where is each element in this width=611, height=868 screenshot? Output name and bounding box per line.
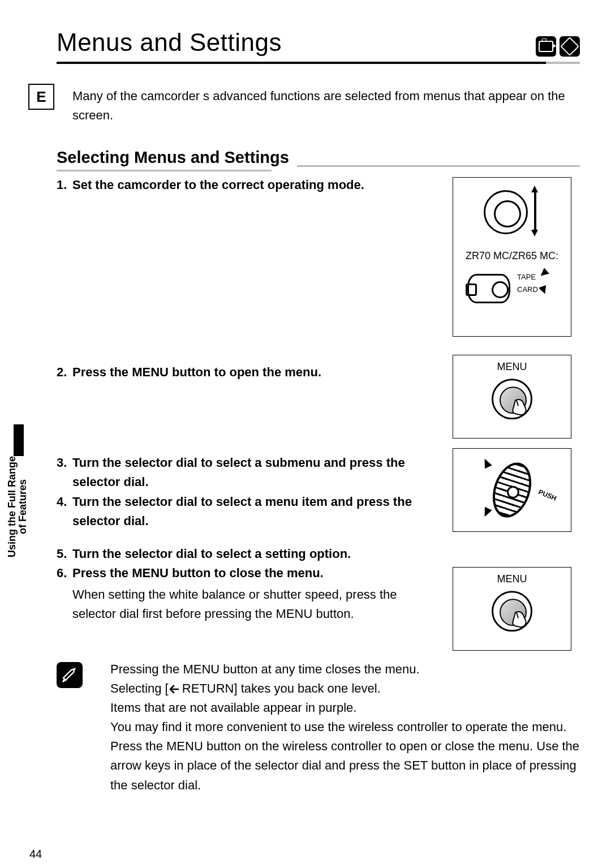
camera-icon	[536, 36, 556, 57]
language-box: E	[28, 84, 54, 110]
step-3-text: Turn the selector dial to select a subme…	[57, 453, 423, 492]
tip-2: Selecting [ RETURN] takes you back one l…	[110, 679, 580, 698]
title-rule	[57, 62, 580, 64]
menu-label-2: MENU	[453, 573, 571, 585]
card-label: CARD	[517, 285, 538, 294]
section-tab: Using the Full Range of Features	[10, 464, 27, 611]
step-1: 1.Set the camcorder to the correct opera…	[57, 175, 373, 195]
power-dial-drawing	[478, 187, 546, 241]
step-2: 2.Press the MENU button to open the menu…	[57, 363, 373, 382]
dial-drawing: PUSH	[494, 462, 530, 518]
page-title: Menus and Settings	[57, 28, 282, 57]
step-5: 5.Turn the selector dial to select a set…	[57, 544, 423, 564]
step-6-note: When setting the white balance or shutte…	[57, 585, 423, 624]
tip-1: Pressing the MENU button at any time clo…	[110, 660, 580, 679]
tape-card-switch-drawing: TAPE CARD	[464, 269, 560, 307]
section-title: Selecting Menus and Settings	[57, 148, 289, 167]
step-3: 3.Turn the selector dial to select a sub…	[57, 453, 423, 492]
step-4-text: Turn the selector dial to select a menu …	[57, 492, 423, 531]
step-4: 4.Turn the selector dial to select a men…	[57, 492, 423, 531]
figure-selector-dial: PUSH	[453, 448, 571, 532]
figure-menu-button-close: MENU	[453, 567, 571, 651]
tips-block: Pressing the MENU button at any time clo…	[110, 660, 580, 795]
page-header: Menus and Settings	[57, 28, 580, 57]
figure-mode-switch: ZR70 MC/ZR65 MC: TAPE CARD	[453, 177, 571, 337]
step-1-text: Set the camcorder to the correct operati…	[57, 175, 373, 195]
model-label: ZR70 MC/ZR65 MC:	[453, 250, 571, 262]
card-icon	[560, 36, 580, 57]
section-underline	[57, 170, 272, 171]
figure-menu-button: MENU	[453, 355, 571, 439]
step-2-text: Press the MENU button to open the menu.	[57, 363, 373, 382]
note-icon	[57, 662, 83, 688]
step-5-text: Turn the selector dial to select a setti…	[57, 544, 423, 564]
section-tab-line2: of Features	[17, 479, 28, 534]
page-number: 44	[29, 848, 42, 861]
step-6-text: Press the MENU button to close the menu.	[57, 564, 423, 583]
tip-3: Items that are not available appear in p…	[110, 698, 580, 717]
tip-4: You may find it more convenient to use t…	[110, 717, 580, 794]
section-rule	[297, 165, 580, 167]
menu-button-drawing-2	[492, 591, 532, 631]
menu-button-drawing	[492, 379, 532, 419]
hand-icon	[509, 396, 533, 420]
menu-label: MENU	[453, 361, 571, 373]
mode-icons	[536, 36, 580, 57]
hand-icon	[509, 608, 533, 633]
push-label: PUSH	[537, 488, 558, 502]
section-tab-line1: Using the Full Range	[6, 456, 18, 557]
section-heading: Selecting Menus and Settings	[57, 148, 580, 167]
step-6: 6.Press the MENU button to close the men…	[57, 564, 423, 624]
tape-label: TAPE	[517, 273, 536, 281]
intro-text: Many of the camcorder s advanced functio…	[72, 87, 580, 125]
return-arrow-icon	[169, 680, 179, 699]
